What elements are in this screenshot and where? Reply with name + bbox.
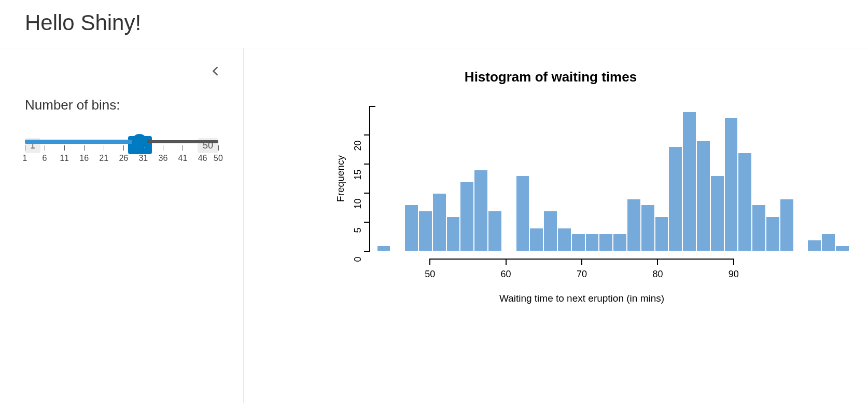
slider-tick-label: 31 [138,154,148,163]
slider-tick [143,145,144,151]
histogram-bar [724,117,738,251]
slider-tick [84,145,85,151]
histogram-bar [835,246,849,251]
y-tick-label: 10 [353,199,363,220]
chart-title: Histogram of waiting times [264,69,837,85]
slider-tick-label: 26 [119,154,128,163]
y-tick [364,193,370,194]
bins-slider[interactable]: 1 50 30 16111621263136414650 [25,140,218,161]
slider-tick-label: 50 [214,154,223,163]
y-tick-label: 20 [353,141,363,161]
header: Hello Shiny! [0,0,868,48]
histogram-bar [432,193,446,251]
histogram-bar [488,211,502,251]
y-axis-label: Frequency [335,155,346,202]
slider-tick-label: 11 [60,154,69,163]
histogram-bar [613,234,627,251]
histogram-bar [752,205,766,251]
histogram-bar [460,182,474,251]
slider-tick [45,145,45,151]
slider-tick [218,145,219,151]
histogram-bar [404,205,418,251]
histogram-bar [474,170,488,251]
histogram-bar [696,141,710,251]
histogram-bar [585,234,599,251]
histogram-bar [418,211,432,251]
slider-label: Number of bins: [25,97,218,113]
slider-tick [163,145,163,151]
histogram-bar [682,112,696,251]
slider-tick [123,145,124,151]
histogram-bar [446,216,460,251]
histogram-chart: Frequency 051015205060708090Waiting time… [302,106,800,303]
histogram-bar [641,205,655,251]
y-tick-label: 0 [353,257,363,278]
x-tick [581,259,582,265]
x-tick-label: 50 [425,269,435,280]
x-tick [657,259,658,265]
slider-tick [25,145,25,151]
slider-tick-label: 46 [198,154,207,163]
y-tick [364,134,370,135]
sidebar: Number of bins: 1 50 30 1611162126313641… [0,48,244,403]
histogram-bar [710,175,724,251]
x-tick-label: 70 [577,269,587,280]
x-tick-label: 60 [501,269,511,280]
slider-ticks: 16111621263136414650 [25,145,218,161]
slider-tick-label: 1 [23,154,27,163]
slider-tick-label: 21 [99,154,108,163]
x-axis-label: Waiting time to next eruption (in mins) [369,293,794,304]
histogram-bar [821,234,835,251]
histogram-bar [543,211,557,251]
slider-tick-label: 36 [159,154,168,163]
histogram-bar [738,153,752,251]
x-tick [506,259,507,265]
y-tick [364,222,370,223]
layout: Number of bins: 1 50 30 1611162126313641… [0,48,868,403]
histogram-bar [627,199,641,251]
histogram-bar [571,234,585,251]
slider-tick [203,145,203,151]
histogram-bar [668,146,682,251]
histogram-bar [377,246,391,251]
x-tick [733,259,734,265]
slider-tick-label: 6 [43,154,47,163]
chevron-left-icon[interactable] [208,64,222,78]
page-title: Hello Shiny! [25,10,843,35]
histogram-bar [766,216,780,251]
histogram-bar [516,175,530,251]
x-tick-label: 80 [652,269,663,280]
slider-tick [183,145,183,151]
slider-track[interactable] [25,140,218,143]
histogram-bar [780,199,794,251]
slider-fill [25,140,139,144]
y-tick-label: 5 [353,228,363,249]
main-panel: Histogram of waiting times Frequency 051… [244,48,868,403]
y-tick [364,164,370,165]
slider-tick-label: 16 [79,154,89,163]
y-tick [364,251,370,252]
histogram-bar [599,234,613,251]
histogram-bar [807,240,821,251]
slider-tick [104,145,104,151]
x-tick-label: 90 [729,269,739,280]
histogram-bar [557,228,571,251]
histogram-bar [529,228,543,251]
histogram-bar [655,216,669,251]
x-tick [429,259,430,265]
plot-area [369,106,794,251]
y-tick-label: 15 [353,170,363,191]
slider-tick [64,145,65,151]
slider-tick-label: 41 [178,154,188,163]
